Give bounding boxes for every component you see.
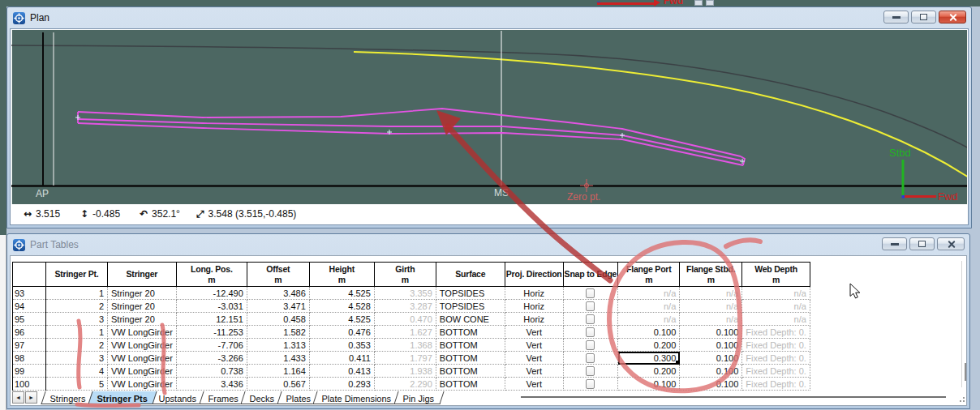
cell-offset[interactable]: 3.471 [247,300,309,313]
cell-girth[interactable]: 0.470 [374,313,436,326]
col-header-offset[interactable]: Offsetm [247,263,309,287]
resize-grip[interactable] [960,400,961,402]
cell-surface[interactable]: TOPSIDES [436,300,505,313]
snap-to-edge-checkbox[interactable] [586,288,595,298]
col-header-row_num[interactable] [13,263,46,287]
col-header-proj_direction[interactable]: Proj. Direction [505,263,563,287]
cell-girth[interactable]: 1.368 [374,339,436,352]
cell-web_depth[interactable]: n/a [742,300,810,313]
row-header[interactable]: 98 [13,352,46,365]
cell-flange_port[interactable]: 0.200 [618,365,680,378]
snap-to-edge-checkbox[interactable] [586,340,595,350]
cell-surface[interactable]: TOPSIDES [436,287,505,300]
cell-girth[interactable]: 1.938 [374,365,436,378]
col-header-flange_port[interactable]: Flange Portm [618,263,680,287]
cell-stringer[interactable]: VW LongGirder [108,365,177,378]
plan-titlebar[interactable]: Plan [7,7,971,28]
resize-grip[interactable] [963,400,965,402]
cell-surface[interactable]: BOTTOM [436,326,505,339]
sheet-tab-upstands[interactable]: Upstands [150,391,207,404]
sheet-tab-pin-jigs[interactable]: Pin Jigs [393,391,444,404]
cell-offset[interactable]: 0.458 [247,313,309,326]
cell-girth[interactable]: 3.359 [374,287,436,300]
cell-snap_to_edge[interactable] [563,300,618,313]
fill-handle[interactable] [676,361,679,364]
col-header-long_pos[interactable]: Long. Pos.m [176,263,247,287]
cell-stringer[interactable]: VW LongGirder [108,339,177,352]
cell-web_depth[interactable]: n/a [742,287,810,300]
cell-long_pos[interactable]: 0.738 [176,365,247,378]
row-header[interactable]: 96 [13,326,46,339]
cell-stringer[interactable]: Stringer 20 [108,313,177,326]
restore-button[interactable] [909,237,935,250]
cell-snap_to_edge[interactable] [563,365,618,378]
cell-stringer[interactable]: VW LongGirder [108,352,177,365]
snap-to-edge-checkbox[interactable] [586,379,595,389]
row-header[interactable]: 97 [13,339,46,352]
col-header-stringer[interactable]: Stringer [108,263,177,287]
cell-stringer_pt[interactable]: 3 [46,352,108,365]
row-header[interactable]: 100 [13,378,46,391]
cell-flange_stbd[interactable]: n/a [680,313,742,326]
part-tables-titlebar[interactable]: Part Tables [7,234,969,255]
cell-flange_port[interactable]: 0.100 [618,378,680,391]
cell-proj_direction[interactable]: Vert [505,326,563,339]
snap-to-edge-checkbox[interactable] [586,366,595,376]
cell-proj_direction[interactable]: Vert [505,378,563,391]
cell-flange_port[interactable]: 0.100 [618,326,680,339]
col-header-stringer_pt[interactable]: Stringer Pt. [46,263,108,287]
cell-web_depth[interactable]: Fixed Depth: 0. [742,378,810,391]
cell-long_pos[interactable]: 12.151 [176,313,247,326]
cell-long_pos[interactable]: -11.253 [176,326,247,339]
cell-surface[interactable]: BOTTOM [436,339,505,352]
cell-height[interactable]: 0.353 [309,339,374,352]
minimize-button[interactable] [882,237,907,250]
col-header-flange_stbd[interactable]: Flange Stbd.m [680,263,742,287]
sheet-tab-stringers[interactable]: Stringers [41,391,95,404]
snap-to-edge-checkbox[interactable] [586,301,595,311]
sheet-tab-plate-dimensions[interactable]: Plate Dimensions [313,391,402,404]
cell-stringer[interactable]: VW LongGirder [108,326,177,339]
horizontal-scrollbar[interactable] [521,396,946,398]
cell-stringer_pt[interactable]: 1 [46,326,108,339]
cell-proj_direction[interactable]: Horiz [505,300,563,313]
col-header-surface[interactable]: Surface [436,263,505,287]
cell-surface[interactable]: BOTTOM [436,365,505,378]
cell-flange_stbd[interactable]: n/a [680,287,742,300]
cell-stringer_pt[interactable]: 5 [46,378,108,391]
col-header-web_depth[interactable]: Web Depthm [742,263,810,287]
cell-offset[interactable]: 3.486 [247,287,309,300]
cell-stringer_pt[interactable]: 2 [46,339,108,352]
cell-stringer[interactable]: Stringer 20 [108,287,177,300]
cell-proj_direction[interactable]: Horiz [505,287,563,300]
cell-snap_to_edge[interactable] [563,378,618,391]
cell-flange_stbd[interactable]: 0.100 [680,352,742,365]
vertical-scrollbar[interactable] [965,363,967,381]
row-header[interactable]: 95 [13,313,46,326]
cell-long_pos[interactable]: 3.436 [176,378,247,391]
minimize-button[interactable] [883,11,909,23]
tab-scroll-right-button[interactable]: ► [25,391,37,404]
cell-girth[interactable]: 1.627 [374,326,436,339]
cell-offset[interactable]: 1.164 [247,365,309,378]
snap-to-edge-checkbox[interactable] [586,353,595,363]
cell-stringer[interactable]: Stringer 20 [108,300,177,313]
cell-girth[interactable]: 3.287 [374,300,436,313]
col-header-snap_to_edge[interactable]: Snap to Edge [563,263,618,287]
cell-long_pos[interactable]: -12.490 [176,287,247,300]
cell-offset[interactable]: 1.433 [247,352,309,365]
cell-height[interactable]: 0.476 [309,326,374,339]
col-header-girth[interactable]: Girthm [374,263,436,287]
cell-surface[interactable]: BOTTOM [436,352,505,365]
cell-web_depth[interactable]: n/a [742,313,810,326]
snap-to-edge-checkbox[interactable] [586,327,595,337]
cell-offset[interactable]: 0.567 [247,378,309,391]
cell-long_pos[interactable]: -3.031 [176,300,247,313]
cell-height[interactable]: 4.525 [309,287,374,300]
cell-surface[interactable]: BOTTOM [436,378,505,391]
cell-long_pos[interactable]: -3.266 [176,352,247,365]
row-header[interactable]: 94 [13,300,46,313]
cell-snap_to_edge[interactable] [563,287,618,300]
sheet-tab-stringer-pts[interactable]: Stringer Pts [88,391,157,404]
cell-offset[interactable]: 1.582 [247,326,309,339]
